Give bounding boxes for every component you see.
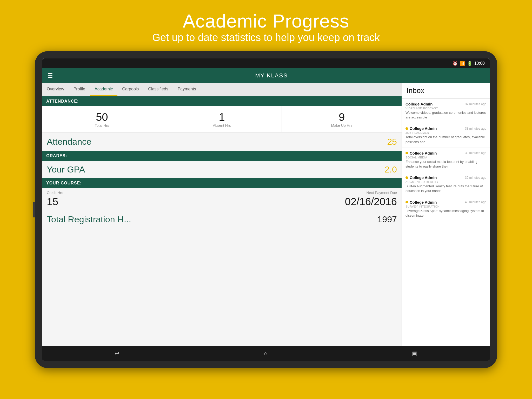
main-content: Overview Profile Academic Carpools Class… <box>42 83 490 346</box>
makeup-hrs-number: 9 <box>284 111 399 123</box>
back-button[interactable]: ↩ <box>115 350 119 357</box>
inbox-panel: Inbox College Admin 37 minutes ago VIDEO… <box>402 83 490 346</box>
inbox-preview-5: Leverage Klass Apps' dynamic messaging s… <box>405 209 486 218</box>
absent-hrs-label: Absent Hrs <box>165 123 279 128</box>
attendance-score: 25 <box>387 137 397 147</box>
credit-hrs-label: Credit Hrs <box>47 191 63 195</box>
tab-carpools[interactable]: Carpools <box>117 83 143 96</box>
inbox-item-5[interactable]: College Admin 40 minutes ago SURVEY INTE… <box>402 197 490 221</box>
unread-dot-4 <box>405 176 408 179</box>
absent-hrs-cell: 1 Absent Hrs <box>162 106 282 132</box>
inbox-sender-1: College Admin <box>405 102 433 106</box>
inbox-sender-4: College Admin <box>410 175 437 180</box>
inbox-list: College Admin 37 minutes ago VIDEO AND P… <box>402 99 490 346</box>
total-hrs-cell: 50 Total Hrs <box>42 106 162 132</box>
next-payment-label: Next Payment Due <box>367 191 397 195</box>
inbox-item-1[interactable]: College Admin 37 minutes ago VIDEO AND P… <box>402 99 490 123</box>
power-button <box>33 202 35 217</box>
inbox-item-1-header: College Admin 37 minutes ago <box>405 102 486 106</box>
attendance-row: Attendance 25 <box>42 132 402 151</box>
inbox-sender-2: College Admin <box>410 126 437 131</box>
inbox-sender-3: College Admin <box>410 151 437 155</box>
tab-overview[interactable]: Overview <box>42 83 69 96</box>
academic-content: ATTENDANCE: 50 Total Hrs 1 Absent Hrs 9 <box>42 96 402 346</box>
inbox-time-2: 38 minutes ago <box>465 127 486 130</box>
inbox-sender-row-1: College Admin <box>405 102 433 106</box>
inbox-time-1: 37 minutes ago <box>465 102 486 106</box>
inbox-item-4-header: College Admin 39 minutes ago <box>405 175 486 180</box>
inbox-time-3: 39 minutes ago <box>465 151 486 155</box>
inbox-item-2-header: College Admin 38 minutes ago <box>405 126 486 131</box>
tab-academic[interactable]: Academic <box>90 83 117 96</box>
nav-bar: ↩ ⌂ ▣ <box>42 346 490 361</box>
course-values-row: 15 02/16/2016 <box>42 196 402 212</box>
inbox-time-4: 39 minutes ago <box>465 176 486 179</box>
makeup-hrs-cell: 9 Make Up Hrs <box>282 106 402 132</box>
course-labels-row: Credit Hrs Next Payment Due <box>42 188 402 196</box>
absent-hrs-number: 1 <box>165 111 279 123</box>
status-bar: ⏰ 📶 🔋 10:00 <box>42 58 490 68</box>
inbox-category-1: VIDEO AND PODCAST <box>405 107 486 110</box>
inbox-preview-4: Built-in Augmented Reality feature puts … <box>405 184 486 193</box>
inbox-preview-1: Welcome videos, graduation ceremonies an… <box>405 110 486 120</box>
inbox-category-2: JOB PLACEMENT <box>405 131 486 134</box>
inbox-sender-row-4: College Admin <box>405 175 437 180</box>
total-hrs-label: Total Hrs <box>45 123 159 128</box>
tab-payments[interactable]: Payments <box>173 83 201 96</box>
inbox-category-4: AUGMENTED REALITY <box>405 180 486 183</box>
home-button[interactable]: ⌂ <box>264 350 267 357</box>
time-display: 10:00 <box>474 61 485 66</box>
battery-icon: 🔋 <box>467 61 472 66</box>
wifi-icon: 📶 <box>460 61 465 66</box>
inbox-sender-row-5: College Admin <box>405 200 437 204</box>
inbox-title: Inbox <box>402 83 490 99</box>
makeup-hrs-label: Make Up Hrs <box>284 123 399 128</box>
tab-profile[interactable]: Profile <box>69 83 90 96</box>
tab-bar: Overview Profile Academic Carpools Class… <box>42 83 402 96</box>
partial-row: Total Registration H... 1997 <box>42 212 402 227</box>
promo-subtitle: Get up to date statistics to help you ke… <box>152 32 380 43</box>
partial-value: 1997 <box>377 214 397 224</box>
inbox-item-3[interactable]: College Admin 39 minutes ago SOCIAL MEDI… <box>402 148 490 172</box>
inbox-time-5: 40 minutes ago <box>465 200 486 204</box>
unread-dot-5 <box>405 201 408 203</box>
tablet-frame: ⏰ 📶 🔋 10:00 ☰ MY KLASS Overview Profile … <box>35 51 497 368</box>
inbox-category-3: SOCIAL MEDIA <box>405 156 486 159</box>
gpa-label: Your GPA <box>47 164 85 175</box>
inbox-category-5: SURVEY INTEGRATION <box>405 205 486 208</box>
unread-dot-2 <box>405 127 408 130</box>
recents-button[interactable]: ▣ <box>412 350 417 357</box>
course-header: YOUR COURSE: <box>42 178 402 188</box>
grades-header: GRADES: <box>42 151 402 161</box>
inbox-item-4[interactable]: College Admin 39 minutes ago AUGMENTED R… <box>402 172 490 197</box>
inbox-sender-5: College Admin <box>410 200 437 204</box>
inbox-item-2[interactable]: College Admin 38 minutes ago JOB PLACEME… <box>402 123 490 148</box>
hamburger-menu[interactable]: ☰ <box>47 72 53 79</box>
total-hrs-number: 50 <box>45 111 159 123</box>
alarm-icon: ⏰ <box>453 61 458 66</box>
partial-label: Total Registration H... <box>47 214 131 224</box>
app-title: MY KLASS <box>58 72 485 79</box>
inbox-sender-row-3: College Admin <box>405 151 437 155</box>
inbox-item-5-header: College Admin 40 minutes ago <box>405 200 486 204</box>
status-icons: ⏰ 📶 🔋 10:00 <box>453 61 485 66</box>
attendance-stats: 50 Total Hrs 1 Absent Hrs 9 Make Up Hrs <box>42 106 402 132</box>
app-bar: ☰ MY KLASS <box>42 68 490 83</box>
gpa-row: Your GPA 2.0 <box>42 161 402 178</box>
attendance-label: Attendance <box>47 137 91 147</box>
inbox-preview-3: Enhance your social media footprint by e… <box>405 159 486 169</box>
inbox-preview-2: Total oversight on the number of graduat… <box>405 135 486 144</box>
gpa-value: 2.0 <box>385 164 397 175</box>
tab-classifieds[interactable]: Classifieds <box>143 83 173 96</box>
credit-hrs-value: 15 <box>47 196 58 208</box>
inbox-sender-row-2: College Admin <box>405 126 437 131</box>
next-payment-value: 02/16/2016 <box>345 196 397 208</box>
promo-title: Academic Progress <box>152 10 380 32</box>
tablet-screen: ⏰ 📶 🔋 10:00 ☰ MY KLASS Overview Profile … <box>42 58 490 361</box>
promo-section: Academic Progress Get up to date statist… <box>152 0 380 51</box>
unread-dot-3 <box>405 152 408 154</box>
attendance-header: ATTENDANCE: <box>42 96 402 106</box>
left-panel: Overview Profile Academic Carpools Class… <box>42 83 402 346</box>
inbox-item-3-header: College Admin 39 minutes ago <box>405 151 486 155</box>
